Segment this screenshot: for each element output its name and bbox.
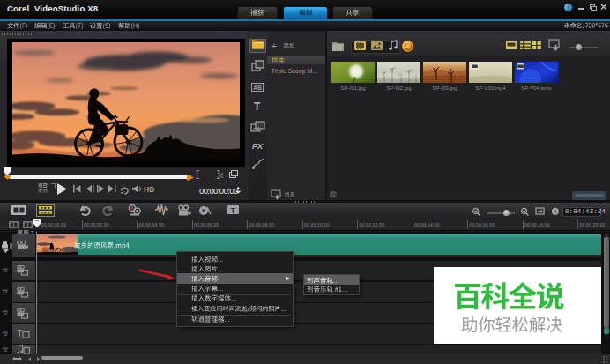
- svg-text:T: T: [231, 206, 236, 215]
- svg-text:T: T: [17, 329, 22, 338]
